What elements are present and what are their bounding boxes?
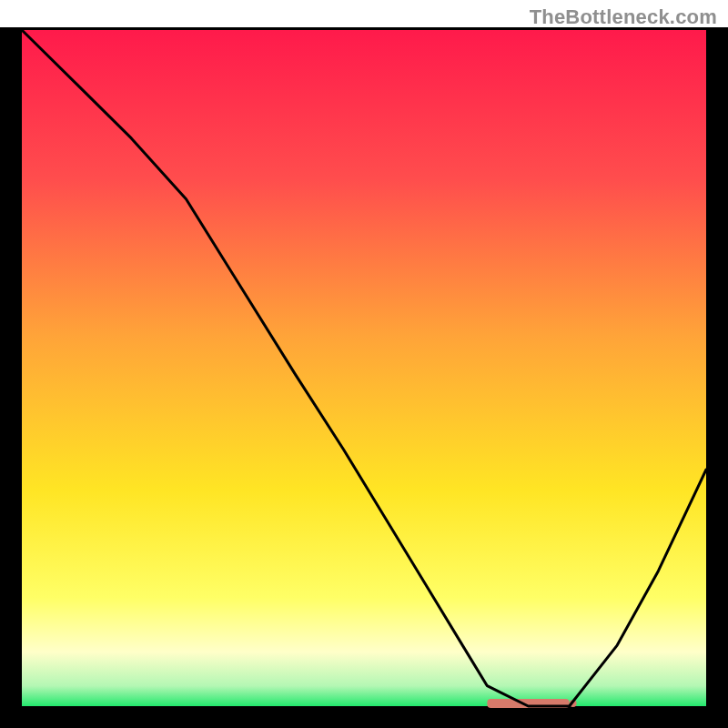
bottleneck-chart (0, 0, 728, 728)
chart-container: TheBottleneck.com (0, 0, 728, 728)
